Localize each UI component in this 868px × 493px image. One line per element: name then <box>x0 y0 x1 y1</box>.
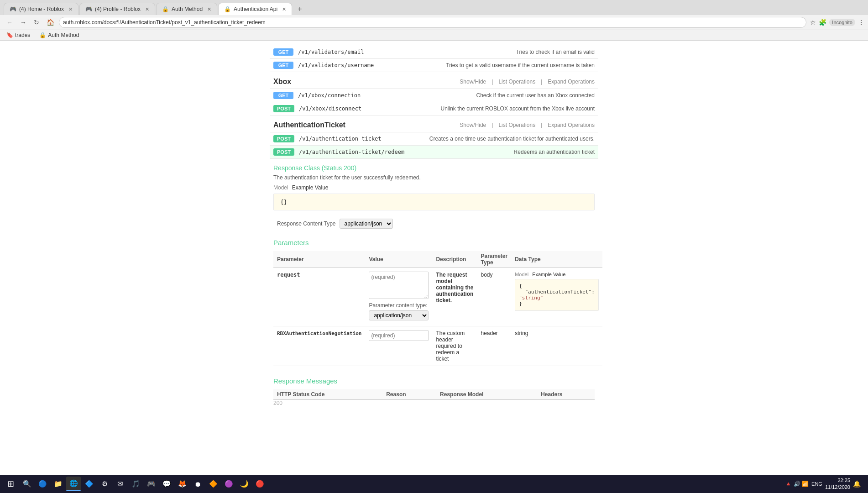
auth-ticket-expand-operations[interactable]: Expand Operations <box>548 122 595 128</box>
reload-button[interactable]: ↻ <box>31 17 42 27</box>
address-bar[interactable] <box>59 17 806 28</box>
menu-button[interactable]: ⋮ <box>858 19 864 26</box>
endpoint-path-username: /v1/validators/username <box>298 62 441 68</box>
endpoint-auth-ticket-post[interactable]: POST /v1/authentication-ticket Creates a… <box>270 132 598 146</box>
tab-auth-method[interactable]: 🔒 Auth Method ✕ <box>156 3 217 15</box>
param-type-request: body <box>481 272 492 278</box>
response-messages-section: Response Messages HTTP Status Code Reaso… <box>270 373 598 410</box>
parameters-table: Parameter Value Description ParameterTyp… <box>273 251 602 366</box>
tab-auth-api-label: Authentication Api <box>234 6 277 12</box>
endpoint-desc-email: Tries to check if an email is valid <box>503 49 595 55</box>
endpoint-desc-xbox-connection: Check if the current user has an Xbox co… <box>476 92 595 99</box>
auth-ticket-section-title: AuthenticationTicket <box>273 121 345 129</box>
bookmark-auth-method-label: Auth Method <box>48 32 79 38</box>
endpoint-xbox-disconnect[interactable]: POST /v1/xbox/disconnect Unlink the curr… <box>270 102 598 115</box>
endpoint-desc-xbox-disconnect: Unlink the current ROBLOX account from t… <box>441 105 595 112</box>
response-message-row: 200 <box>273 400 595 407</box>
tab-home[interactable]: 🎮 (4) Home - Roblox ✕ <box>4 3 78 15</box>
nav-icons: ☆ 🧩 Incognito ⋮ <box>810 19 864 26</box>
nav-bar: ← → ↻ 🏠 ☆ 🧩 Incognito ⋮ <box>0 15 868 30</box>
bookmark-auth-method[interactable]: 🔒 Auth Method <box>37 31 82 39</box>
endpoint-path-xbox-disconnect: /v1/xbox/disconnect <box>299 105 436 112</box>
xbox-section-title: Xbox <box>273 78 291 86</box>
back-button[interactable]: ← <box>4 17 16 27</box>
endpoint-desc-username: Tries to get a valid username if the cur… <box>446 62 595 68</box>
parameters-section: Parameters Parameter Value Description P… <box>270 235 598 370</box>
col-data-type: Data Type <box>511 251 602 268</box>
model-example-tabs-request: Model Example Value <box>515 272 599 277</box>
content-type-select[interactable]: application/json application/xml <box>340 219 393 229</box>
auth-ticket-section-header: AuthenticationTicket Show/Hide | List Op… <box>270 115 598 132</box>
example-value-tab-request[interactable]: Example Value <box>532 272 565 277</box>
star-icon[interactable]: ☆ <box>810 19 816 26</box>
param-desc-rbx-auth: The custom header required to redeem a t… <box>436 330 473 362</box>
tab-auth-method-close[interactable]: ✕ <box>207 6 211 12</box>
xbox-section-controls: Show/Hide | List Operations | Expand Ope… <box>460 79 595 85</box>
param-name-request: request <box>277 272 300 278</box>
col-param-type: ParameterType <box>477 251 511 268</box>
extension-icon[interactable]: 🧩 <box>819 19 826 26</box>
response-messages-table: HTTP Status Code Reason Response Model H… <box>273 389 595 406</box>
method-badge-post-auth-ticket: POST <box>273 135 294 142</box>
col-value: Value <box>365 251 432 268</box>
method-badge-get-email: GET <box>273 48 293 56</box>
example-value-box-request: { "authenticationTicket": "string" } <box>515 279 599 311</box>
xbox-show-hide[interactable]: Show/Hide <box>460 79 486 85</box>
col-response-model: Response Model <box>436 389 537 400</box>
incognito-label: Incognito <box>829 19 855 26</box>
endpoint-xbox-connection[interactable]: GET /v1/xbox/connection Check if the cur… <box>270 89 598 102</box>
response-class-title: Response Class (Status 200) <box>273 164 595 172</box>
endpoint-validators-username[interactable]: GET /v1/validators/username Tries to get… <box>270 59 598 72</box>
param-value-rbx-auth[interactable] <box>369 330 429 341</box>
param-value-request[interactable] <box>369 272 429 299</box>
col-parameter: Parameter <box>273 251 365 268</box>
col-http-status: HTTP Status Code <box>273 389 382 400</box>
xbox-expand-operations[interactable]: Expand Operations <box>548 79 595 85</box>
auth-ticket-show-hide[interactable]: Show/Hide <box>460 122 486 128</box>
api-container: GET /v1/validators/email Tries to check … <box>261 41 607 442</box>
endpoint-path-auth-ticket: /v1/authentication-ticket <box>299 136 425 142</box>
tab-profile[interactable]: 🎮 (4) Profile - Roblox ✕ <box>79 3 155 15</box>
tab-auth-api-close[interactable]: ✕ <box>282 6 286 12</box>
response-status-code: 200 <box>273 400 382 407</box>
auth-ticket-list-operations[interactable]: List Operations <box>498 122 535 128</box>
col-headers: Headers <box>537 389 595 400</box>
response-model-cell <box>436 400 537 407</box>
response-reason <box>382 400 436 407</box>
bookmark-trades[interactable]: 🔖 trades <box>4 31 33 39</box>
xbox-section-header: Xbox Show/Hide | List Operations | Expan… <box>270 72 598 89</box>
tab-profile-close[interactable]: ✕ <box>145 6 149 12</box>
param-content-type-label-request: Parameter content type: application/json <box>369 300 429 322</box>
tab-auth-method-favicon: 🔒 <box>162 6 169 12</box>
tab-home-favicon: 🎮 <box>10 6 16 12</box>
endpoint-auth-ticket-redeem[interactable]: POST /v1/authentication-ticket/redeem Re… <box>270 146 598 159</box>
tab-home-label: (4) Home - Roblox <box>19 6 64 12</box>
endpoint-validators-email[interactable]: GET /v1/validators/email Tries to check … <box>270 46 598 59</box>
endpoint-desc-auth-ticket-redeem: Redeems an authentication ticket <box>503 149 595 155</box>
endpoint-path-xbox-connection: /v1/xbox/connection <box>298 92 472 99</box>
page-content: GET /v1/validators/email Tries to check … <box>0 41 868 442</box>
param-row-rbx-auth: RBXAuthenticationNegotiation The custom … <box>273 326 602 366</box>
forward-button[interactable]: → <box>17 17 29 27</box>
tab-auth-api[interactable]: 🔒 Authentication Api ✕ <box>218 3 292 15</box>
tab-bar: 🎮 (4) Home - Roblox ✕ 🎮 (4) Profile - Ro… <box>0 0 868 15</box>
param-content-type-select-request[interactable]: application/json <box>369 310 429 320</box>
response-headers-cell <box>537 400 595 407</box>
example-value-tab[interactable]: Example Value <box>292 184 329 191</box>
model-tabs: Model Example Value <box>273 184 595 191</box>
model-tab-request[interactable]: Model <box>515 272 528 277</box>
method-badge-post-auth-ticket-redeem: POST <box>273 148 294 156</box>
model-tab-label: Model <box>273 184 288 191</box>
endpoint-desc-auth-ticket: Creates a one time use authentication ti… <box>429 136 595 142</box>
new-tab-button[interactable]: + <box>293 3 306 15</box>
auth-ticket-section-controls: Show/Hide | List Operations | Expand Ope… <box>460 122 595 128</box>
bookmark-auth-method-icon: 🔒 <box>39 32 46 38</box>
data-type-rbx-auth: string <box>515 330 528 336</box>
response-json-box: {} <box>273 194 595 210</box>
home-button[interactable]: 🏠 <box>44 17 57 27</box>
method-badge-post-xbox-disconnect: POST <box>273 105 294 112</box>
param-type-rbx-auth: header <box>481 330 497 336</box>
bookmark-trades-label: trades <box>15 32 30 38</box>
xbox-list-operations[interactable]: List Operations <box>498 79 535 85</box>
tab-home-close[interactable]: ✕ <box>68 6 73 12</box>
